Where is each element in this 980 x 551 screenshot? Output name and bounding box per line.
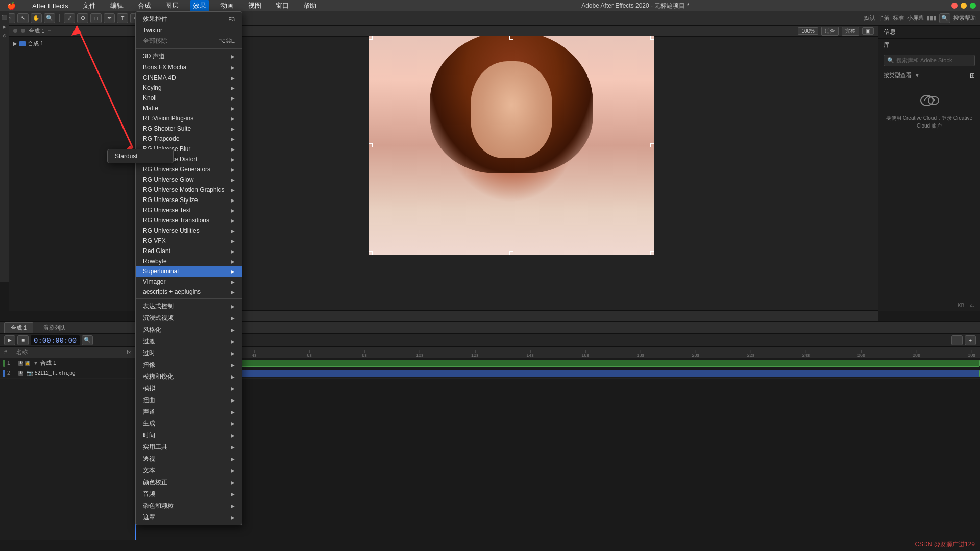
menu-item-matte[interactable]: Matte ▶ (136, 103, 242, 113)
menu-item-knoll[interactable]: Knoll ▶ (136, 93, 242, 103)
toolbar-text[interactable]: T (117, 13, 128, 23)
menu-item-keying[interactable]: Keying ▶ (136, 83, 242, 93)
search-help[interactable]: 搜索帮助 (953, 14, 976, 22)
menu-window[interactable]: 窗口 (273, 0, 292, 11)
toolbar-pen[interactable]: ✒ (104, 13, 115, 23)
default-workspace-btn[interactable]: 默认 (864, 14, 875, 22)
menu-item-rg-trans[interactable]: RG Universe Transitions ▶ (136, 215, 242, 226)
toolbar-search[interactable]: 🔍 (939, 13, 950, 23)
maximize-btn[interactable] (970, 3, 976, 9)
menu-item-rg-shooter[interactable]: RG Shooter Suite ▶ (136, 123, 242, 134)
menu-layer[interactable]: 图层 (162, 0, 182, 11)
timeline-zoom-out[interactable]: - (951, 335, 963, 345)
track-bar-1[interactable] (135, 360, 980, 367)
menu-edit[interactable]: 编辑 (107, 0, 127, 11)
menu-item-rowbyte[interactable]: Rowbyte ▶ (136, 256, 242, 266)
menu-item-text[interactable]: 文本 ▶ (136, 465, 242, 477)
toolbar-shape[interactable]: □ (90, 13, 102, 23)
menu-file[interactable]: 文件 (80, 0, 99, 11)
menu-ae[interactable]: After Effects (29, 1, 71, 11)
canvas-resolution[interactable]: 100% (798, 27, 818, 35)
menu-item-cinema4d[interactable]: CINEMA 4D ▶ (136, 72, 242, 83)
menu-item-distort[interactable]: 扭像 ▶ (136, 359, 242, 371)
minimize-btn[interactable] (961, 3, 967, 9)
menu-item-utility[interactable]: 实用工具 ▶ (136, 441, 242, 453)
menu-item-3d-channel[interactable]: 3D 声道 ▶ (136, 51, 242, 62)
grid-view-btn[interactable]: ⊞ (970, 72, 975, 79)
search-timeline[interactable]: 🔍 (82, 335, 93, 345)
toolbar-move[interactable]: ⤢ (64, 13, 75, 23)
menu-item-superluminal[interactable]: Superluminal ▶ (136, 266, 242, 277)
menu-item-rg-glow[interactable]: RG Universe Glow ▶ (136, 174, 242, 185)
handle-bl[interactable] (369, 251, 373, 255)
menu-item-rg-vfx[interactable]: RG VFX ▶ (136, 236, 242, 246)
menu-item-revision[interactable]: RE:Vision Plug-ins ▶ (136, 113, 242, 123)
learn-btn[interactable]: 了解 (878, 14, 890, 22)
menu-item-mask[interactable]: 遮罩 ▶ (136, 512, 242, 523)
tool-render[interactable]: ⊙ (1, 32, 9, 40)
tool-preview[interactable]: ▶ (1, 22, 9, 31)
tool-select[interactable]: ⬛ (1, 13, 9, 21)
menu-item-rg-gen[interactable]: RG Universe Generators ▶ (136, 164, 242, 174)
menu-item-aescripts[interactable]: aescripts + aeplugins ▶ (136, 287, 242, 297)
menu-item-rg-stylize[interactable]: RG Universe Stylize ▶ (136, 195, 242, 205)
eye-icon-2[interactable]: 👁 (18, 371, 23, 376)
menu-item-red-giant[interactable]: Red Giant ▶ (136, 246, 242, 256)
handle-mr[interactable] (650, 143, 654, 147)
menu-item-rg-trapcode[interactable]: RG Trapcode ▶ (136, 134, 242, 144)
menu-item-immersive[interactable]: 沉浸式视频 ▶ (136, 312, 242, 324)
menu-item-stylize[interactable]: 风格化 ▶ (136, 324, 242, 336)
menu-item-audio[interactable]: 音频 ▶ (136, 488, 242, 500)
handle-tl[interactable] (369, 36, 373, 40)
layer-name-2[interactable]: 52112_T...xTn.jpg (35, 370, 76, 376)
close-btn[interactable] (951, 3, 958, 9)
menu-item-rg-text[interactable]: RG Universe Text ▶ (136, 205, 242, 215)
small-screen-btn[interactable]: 小屏幕 (907, 14, 924, 22)
menu-item-perspective[interactable]: 透视 ▶ (136, 453, 242, 465)
menu-item-expression[interactable]: 表达式控制 ▶ (136, 300, 242, 312)
view-dropdown[interactable]: ▼ (915, 72, 920, 78)
menu-item-generate[interactable]: 生成 ▶ (136, 418, 242, 430)
apple-menu[interactable]: 🍎 (4, 1, 19, 11)
menu-item-noise[interactable]: 杂色和颗粒 ▶ (136, 500, 242, 512)
timeline-zoom-in[interactable]: + (965, 335, 976, 345)
menu-item-vimager[interactable]: Vimager ▶ (136, 277, 242, 287)
time-display[interactable]: 0:00:00:00 (31, 335, 80, 345)
menu-item-rg-motion[interactable]: RG Universe Motion Graphics ▶ (136, 185, 242, 195)
handle-bc[interactable] (509, 251, 513, 255)
menu-item-twixtor[interactable]: Twixtor (136, 25, 242, 35)
layer-row-1[interactable]: 1 👁 🔒 ▼ 合成 1 (0, 358, 135, 368)
track-bar-2[interactable] (135, 370, 980, 377)
canvas-fit[interactable]: 适合 (821, 27, 839, 36)
eye-icon-1[interactable]: 👁 (18, 361, 23, 366)
render-tab[interactable]: 渲染列队 (37, 323, 72, 333)
toolbar-anchor[interactable]: ⊕ (77, 13, 88, 23)
menu-item-transition[interactable]: 过渡 ▶ (136, 336, 242, 347)
toolbar-zoom[interactable]: 🔍 (44, 13, 55, 23)
menu-item-remove-all[interactable]: 全部移除 ⌥⌘E (136, 35, 242, 47)
handle-br[interactable] (650, 251, 654, 255)
menu-item-effect-controls[interactable]: 效果控件 F3 (136, 13, 242, 25)
canvas-quality[interactable]: 完整 (842, 27, 859, 36)
menu-item-time[interactable]: 时间 ▶ (136, 430, 242, 441)
layer-name-1[interactable]: 合成 1 (40, 359, 56, 367)
menu-comp[interactable]: 合成 (135, 0, 154, 11)
handle-tr[interactable] (650, 36, 654, 40)
menu-item-rg-util[interactable]: RG Universe Utilities ▶ (136, 226, 242, 236)
lock-icon-1[interactable]: 🔒 (25, 361, 30, 366)
comp-tab[interactable]: 合成 1 (4, 322, 33, 333)
standard-workspace-btn[interactable]: 标准 (893, 14, 904, 22)
project-item-comp[interactable]: ▶ 合成 1 (11, 39, 142, 48)
layer-row-2[interactable]: 2 👁 📷 52112_T...xTn.jpg (0, 368, 135, 379)
menu-item-warp[interactable]: 扭曲 ▶ (136, 394, 242, 406)
preview-stop[interactable]: ■ (17, 335, 29, 345)
menu-item-blur[interactable]: 模糊和锐化 ▶ (136, 371, 242, 383)
menu-animation[interactable]: 动画 (217, 0, 237, 11)
canvas-view-settings[interactable]: ▣ (862, 27, 874, 35)
preview-play[interactable]: ▶ (4, 335, 15, 345)
stock-search[interactable]: 🔍 搜索库和 Adobe Stock (884, 55, 975, 66)
handle-ml[interactable] (369, 143, 373, 147)
toolbar-hand[interactable]: ✋ (31, 13, 42, 23)
menu-item-color[interactable]: 颜色校正 ▶ (136, 477, 242, 488)
menu-item-simulate[interactable]: 模拟 ▶ (136, 383, 242, 394)
